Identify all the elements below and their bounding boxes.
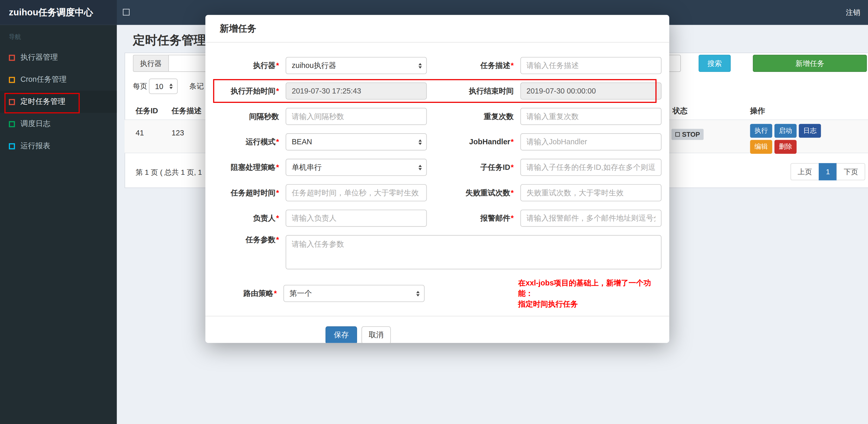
jobhandler-input[interactable]: [520, 133, 661, 151]
required-asterisk: *: [276, 61, 279, 69]
sidebar-item-timed-task-manage[interactable]: 定时任务管理: [0, 91, 117, 113]
executor-select[interactable]: zuihou执行器: [286, 57, 427, 74]
form-row: 任务参数*: [206, 235, 661, 269]
ops-line: 执行启动日志: [750, 124, 821, 138]
sidebar-item-cron-task-manage[interactable]: Cron任务管理: [0, 68, 117, 91]
run-button[interactable]: 执行: [750, 124, 772, 138]
search-button[interactable]: 搜索: [699, 55, 731, 72]
sidebar-section-label: 导航: [0, 25, 117, 46]
per-page-select[interactable]: 10: [149, 79, 178, 94]
alarm-email-input[interactable]: [520, 210, 661, 227]
ops-line: 编辑删除: [750, 140, 821, 154]
field-label: 执行结束时间: [427, 86, 520, 96]
author-input[interactable]: [286, 210, 427, 227]
required-asterisk: *: [511, 61, 514, 69]
interval-seconds-input[interactable]: [286, 108, 427, 125]
field-label: 任务参数*: [206, 235, 286, 245]
prev-page-button[interactable]: 上页: [790, 163, 819, 180]
brand-logo: zuihou任务调度中心: [0, 0, 117, 25]
sidebar-item-schedule-log[interactable]: 调度日志: [0, 113, 117, 135]
sidebar-menu: 执行器管理Cron任务管理定时任务管理调度日志运行报表: [0, 46, 117, 157]
required-asterisk: *: [276, 236, 279, 244]
records-label: 条记: [189, 79, 204, 94]
pagination: 上页 1 下页: [790, 163, 865, 180]
form-row: 间隔秒数重复次数: [206, 108, 661, 125]
cancel-button[interactable]: 取消: [362, 326, 391, 343]
required-asterisk: *: [511, 188, 514, 197]
per-page-label: 每页: [133, 79, 147, 94]
add-task-button[interactable]: 新增任务: [753, 55, 867, 72]
block-strategy-select[interactable]: 单机串行: [286, 159, 427, 176]
delete-button[interactable]: 删除: [774, 140, 797, 154]
route-strategy-select[interactable]: 第一个: [283, 285, 425, 302]
modal-footer: 保存 取消: [206, 316, 670, 343]
app: zuihou任务调度中心 注销 导航 执行器管理Cron任务管理定时任务管理调度…: [0, 0, 868, 424]
required-asterisk: *: [511, 163, 514, 171]
child-job-id-input[interactable]: [520, 159, 661, 176]
status-badge: STOP: [672, 129, 704, 140]
cell-task-desc: 123: [172, 129, 184, 137]
square-green-icon: [9, 121, 15, 127]
run-mode-select[interactable]: BEAN: [286, 133, 427, 151]
timeout-input[interactable]: [286, 184, 427, 201]
table-header-cell: 任务描述: [172, 102, 202, 120]
select-caret-icon: [418, 63, 422, 68]
stop-square-icon: [675, 132, 680, 137]
add-task-modal: 新增任务 执行器*zuihou执行器任务描述*执行开始时间*执行结束时间间隔秒数…: [206, 15, 670, 343]
square-red-icon: [9, 99, 15, 105]
start-time-input[interactable]: [286, 82, 427, 99]
sidebar-item-label: Cron任务管理: [21, 75, 67, 85]
fail-retry-input[interactable]: [520, 184, 661, 201]
note-line: 在xxl-jobs项目的基础上，新增了一个功能：: [518, 278, 661, 299]
table-header-cell: 任务ID: [135, 102, 158, 120]
select-value: BEAN: [292, 138, 312, 146]
end-time-input[interactable]: [520, 82, 661, 99]
pagination-info: 第 1 页 ( 总共 1 页, 1: [135, 164, 202, 181]
field-label: 重复次数: [427, 111, 520, 121]
table-header-cell: 状态: [673, 102, 687, 120]
required-asterisk: *: [511, 138, 514, 146]
required-asterisk: *: [511, 214, 514, 222]
save-button[interactable]: 保存: [326, 326, 357, 343]
required-asterisk: *: [276, 163, 279, 171]
field-label: 执行开始时间*: [206, 86, 286, 96]
edit-button[interactable]: 编辑: [750, 140, 772, 154]
sidebar-item-label: 运行报表: [21, 141, 51, 151]
sidebar-item-run-report[interactable]: 运行报表: [0, 135, 117, 157]
table-header-cell: 操作: [750, 102, 765, 120]
next-page-button[interactable]: 下页: [836, 163, 865, 180]
form-row: 运行模式*BEANJobHandler*: [206, 133, 661, 151]
modal-body: 执行器*zuihou执行器任务描述*执行开始时间*执行结束时间间隔秒数重复次数运…: [206, 43, 670, 309]
required-asterisk: *: [276, 188, 279, 197]
job-desc-input[interactable]: [520, 57, 661, 74]
sidebar-item-label: 调度日志: [21, 119, 51, 129]
required-asterisk: *: [276, 137, 279, 146]
per-page-value: 10: [155, 82, 163, 90]
sidebar-item-label: 定时任务管理: [21, 97, 65, 107]
field-label: 负责人*: [206, 213, 286, 223]
page-1-button[interactable]: 1: [819, 163, 837, 180]
field-label: 运行模式*: [206, 137, 286, 147]
job-param-textarea[interactable]: [286, 235, 661, 269]
form-row: 执行开始时间*执行结束时间: [206, 82, 661, 99]
required-asterisk: *: [274, 289, 277, 297]
row-actions: 执行启动日志编辑删除: [750, 124, 821, 154]
select-caret-icon: [169, 84, 173, 89]
page-title: 定时任务管理: [133, 32, 206, 49]
sidebar-item-executor-manage[interactable]: 执行器管理: [0, 46, 117, 68]
square-red-icon: [9, 55, 15, 60]
route-strategy-note: 在xxl-jobs项目的基础上，新增了一个功能：指定时间执行任务: [518, 278, 661, 309]
field-label: 阻塞处理策略*: [206, 162, 286, 172]
required-asterisk: *: [276, 214, 279, 222]
square-orange-icon: [9, 76, 15, 83]
sidebar-toggle-icon[interactable]: [123, 9, 129, 15]
required-asterisk: *: [276, 87, 279, 95]
square-cyan-icon: [9, 143, 15, 149]
sidebar-item-label: 执行器管理: [21, 53, 58, 63]
sidebar: 导航 执行器管理Cron任务管理定时任务管理调度日志运行报表: [0, 25, 117, 424]
select-caret-icon: [418, 139, 422, 144]
repeat-count-input[interactable]: [520, 108, 661, 125]
start-button[interactable]: 启动: [774, 124, 797, 138]
logout-link[interactable]: 注销: [846, 0, 860, 25]
log-button[interactable]: 日志: [799, 124, 821, 138]
